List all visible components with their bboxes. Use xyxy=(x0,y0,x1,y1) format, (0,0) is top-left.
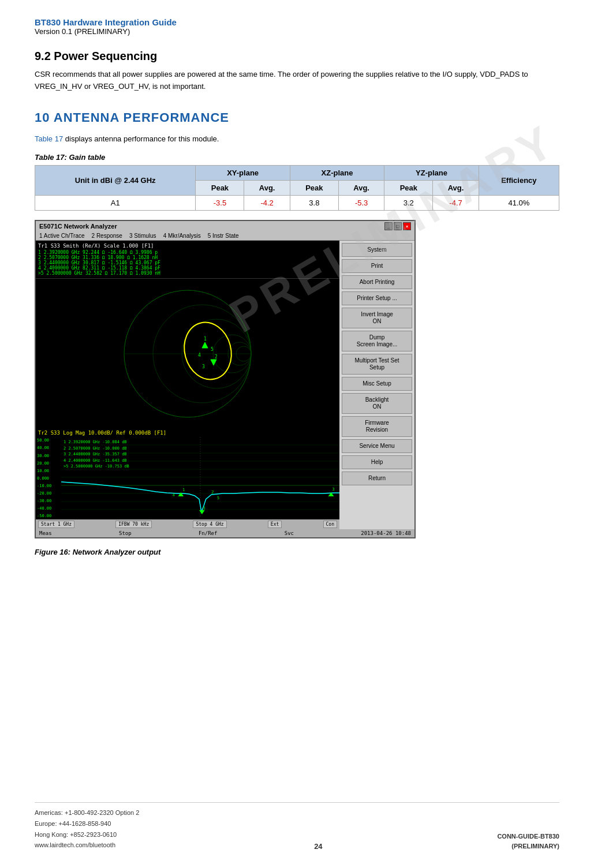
smith-trace-label: Tr1 S33 Smith (Re/X) Scale 1.000 [F1] xyxy=(38,243,337,249)
menu-item-1[interactable]: 1 Active Ch/Trace xyxy=(39,233,85,239)
sidebar-btn-backlight[interactable]: BacklightON xyxy=(342,393,412,414)
table-cell-yz-avg: -4.7 xyxy=(433,196,479,211)
log-mag-bottom-bar: Start 1 GHz IFBW 70 kHz Stop 4 GHz Ext C… xyxy=(36,519,339,529)
x-ibw-label: IFBW 70 kHz xyxy=(115,521,152,528)
section-9-2-body: CSR recommends that all power supplies a… xyxy=(35,69,559,93)
document-header: BT830 Hardware Integration Guide Version… xyxy=(35,17,559,36)
log-mag-chart-area: 1 2.3920000 GHz -10.084 dB 2 2.5070000 G… xyxy=(61,437,339,519)
log-mag-content: 50.00 40.00 30.00 20.00 10.00 0.000 -10.… xyxy=(36,437,339,519)
x-stop-label: Stop 4 GHz xyxy=(193,521,226,528)
table-17-ref[interactable]: Table 17 xyxy=(35,134,63,143)
log-mag-data-overlay: 1 2.3920000 GHz -10.084 dB 2 2.5070000 G… xyxy=(63,439,129,470)
restore-icon[interactable]: □ xyxy=(394,222,402,230)
analyzer-title: E5071C Network Analyzer xyxy=(39,223,117,230)
analyzer-main-panel: Tr1 S33 Smith (Re/X) Scale 1.000 [F1] 1 … xyxy=(36,241,339,529)
log-mag-panel: Tr2 S33 Log Mag 10.00dB/ Ref 0.000dB [F1… xyxy=(36,429,339,529)
sidebar-btn-system[interactable]: System xyxy=(342,243,412,257)
footer-europe: Europe: +44-1628-858-940 xyxy=(35,818,139,829)
table-17-title: Table 17: Gain table xyxy=(35,153,559,162)
table-yz-peak-subheader: Peak xyxy=(384,181,433,196)
footer-doc-status: (PRELIMINARY) xyxy=(497,841,559,851)
table-xz-peak-subheader: Peak xyxy=(290,181,338,196)
sidebar-btn-print[interactable]: Print xyxy=(342,259,412,273)
table-unit-header: Unit in dBi @ 2.44 GHz xyxy=(35,166,196,196)
sidebar-btn-return[interactable]: Return xyxy=(342,472,412,485)
svg-text:5: 5 xyxy=(217,496,219,500)
log-mag-header: Tr2 S33 Log Mag 10.00dB/ Ref 0.000dB [F1… xyxy=(36,429,339,437)
sidebar-btn-help[interactable]: Help xyxy=(342,455,412,469)
menu-item-4[interactable]: 4 Mkr/Analysis xyxy=(163,233,201,239)
svg-text:3: 3 xyxy=(203,506,206,511)
table-cell-xz-peak: 3.8 xyxy=(290,196,338,211)
svg-text:3: 3 xyxy=(202,364,205,369)
smith-data-lines: 1 2.3920000 GHz 92.244 Ω -16.640 Ω 3.998… xyxy=(38,250,337,276)
svg-text:3: 3 xyxy=(332,487,334,492)
sidebar-btn-service-menu[interactable]: Service Menu xyxy=(342,439,412,453)
footer-americas: Americas: +1-800-492-2320 Option 2 xyxy=(35,807,139,818)
sidebar-btn-printer-setup[interactable]: Printer Setup ... xyxy=(342,291,412,305)
smith-panel-header: Tr1 S33 Smith (Re/X) Scale 1.000 [F1] 1 … xyxy=(36,241,339,279)
status-fnref: Fn/Ref xyxy=(199,530,218,536)
svg-text:4: 4 xyxy=(198,353,201,358)
x-extra-2: Con xyxy=(323,521,337,528)
table-xy-avg-subheader: Avg. xyxy=(244,181,290,196)
x-extra-1: Ext xyxy=(268,521,282,528)
sidebar-btn-dump-screen[interactable]: DumpScreen Image... xyxy=(342,331,412,351)
close-icon[interactable]: × xyxy=(403,222,411,230)
figure-caption: Figure 16: Network Analyzer output xyxy=(35,548,559,556)
section-10-intro-post: displays antenna performance for this mo… xyxy=(63,134,219,143)
menu-item-5[interactable]: 5 Instr State xyxy=(208,233,239,239)
smith-chart-svg: 1 2 3 4 5 xyxy=(113,285,263,423)
analyzer-sidebar: System Print Abort Printing Printer Setu… xyxy=(339,241,414,529)
analyzer-menubar: 1 Active Ch/Trace 2 Response 3 Stimulus … xyxy=(36,231,414,241)
table-cell-xz-avg: -5.3 xyxy=(338,196,384,211)
section-10-intro: Table 17 displays antenna performance fo… xyxy=(35,133,559,145)
analyzer-window: E5071C Network Analyzer _ □ × 1 Active C… xyxy=(35,220,416,538)
sidebar-btn-firmware[interactable]: FirmwareRevision xyxy=(342,416,412,437)
footer-website: www.lairdtech.com/bluetooth xyxy=(35,840,139,851)
status-stop: Stop xyxy=(119,530,132,536)
sidebar-btn-multiport[interactable]: Multiport Test SetSetup xyxy=(342,354,412,375)
svg-text:2: 2 xyxy=(215,354,218,360)
footer-hongkong: Hong Kong: +852-2923-0610 xyxy=(35,829,139,840)
table-row: A1 -3.5 -4.2 3.8 -5.3 3.2 -4.7 41.0% xyxy=(35,196,559,211)
footer-contact: Americas: +1-800-492-2320 Option 2 Europ… xyxy=(35,807,139,851)
footer-page-number: 24 xyxy=(314,842,322,851)
sidebar-btn-invert-image[interactable]: Invert ImageON xyxy=(342,308,412,328)
sidebar-btn-misc-setup[interactable]: Misc Setup xyxy=(342,377,412,391)
svg-text:1: 1 xyxy=(182,488,185,492)
table-yz-header: YZ-plane xyxy=(384,166,479,181)
status-meas: Meas xyxy=(39,530,52,536)
section-9-2-heading: 9.2 Power Sequencing xyxy=(35,50,559,63)
table-yz-avg-subheader: Avg. xyxy=(433,181,479,196)
page-footer: Americas: +1-800-492-2320 Option 2 Europ… xyxy=(35,802,559,851)
analyzer-body: Tr1 S33 Smith (Re/X) Scale 1.000 [F1] 1 … xyxy=(36,241,414,529)
page: PRELIMINARY BT830 Hardware Integration G… xyxy=(0,0,594,868)
svg-text:5: 5 xyxy=(211,347,214,352)
svg-text:1: 1 xyxy=(204,336,207,342)
analyzer-window-controls: _ □ × xyxy=(384,222,411,230)
table-cell-efficiency: 41.0% xyxy=(479,196,559,211)
menu-item-2[interactable]: 2 Response xyxy=(92,233,122,239)
table-xz-avg-subheader: Avg. xyxy=(338,181,384,196)
svg-text:2: 2 xyxy=(211,490,214,495)
section-10-heading: 10 Antenna Performance xyxy=(35,110,559,125)
footer-doc-name: CONN-GUIDE-BT830 xyxy=(497,832,559,841)
minimize-icon[interactable]: _ xyxy=(384,222,393,230)
doc-title: BT830 Hardware Integration Guide xyxy=(35,17,559,27)
analyzer-statusbar: Meas Stop Fn/Ref Svc 2013-04-26 10:48 xyxy=(36,529,414,537)
status-datetime: 2013-04-26 10:48 xyxy=(361,530,411,536)
log-mag-y-labels: 50.00 40.00 30.00 20.00 10.00 0.000 -10.… xyxy=(36,437,61,519)
smith-chart-area: 1 2 3 4 5 xyxy=(36,279,339,429)
analyzer-titlebar: E5071C Network Analyzer _ □ × xyxy=(36,221,414,231)
table-efficiency-header: Efficiency xyxy=(479,166,559,196)
table-cell-yz-peak: 3.2 xyxy=(384,196,433,211)
x-start-label: Start 1 GHz xyxy=(38,521,74,528)
status-svc: Svc xyxy=(285,530,294,536)
doc-version: Version 0.1 (PRELIMINARY) xyxy=(35,27,559,36)
menu-item-3[interactable]: 3 Stimulus xyxy=(129,233,156,239)
table-xy-peak-subheader: Peak xyxy=(196,181,244,196)
gain-table: Unit in dBi @ 2.44 GHz XY-plane XZ-plane… xyxy=(35,165,559,211)
table-cell-xy-peak: -3.5 xyxy=(196,196,244,211)
sidebar-btn-abort-printing[interactable]: Abort Printing xyxy=(342,275,412,289)
